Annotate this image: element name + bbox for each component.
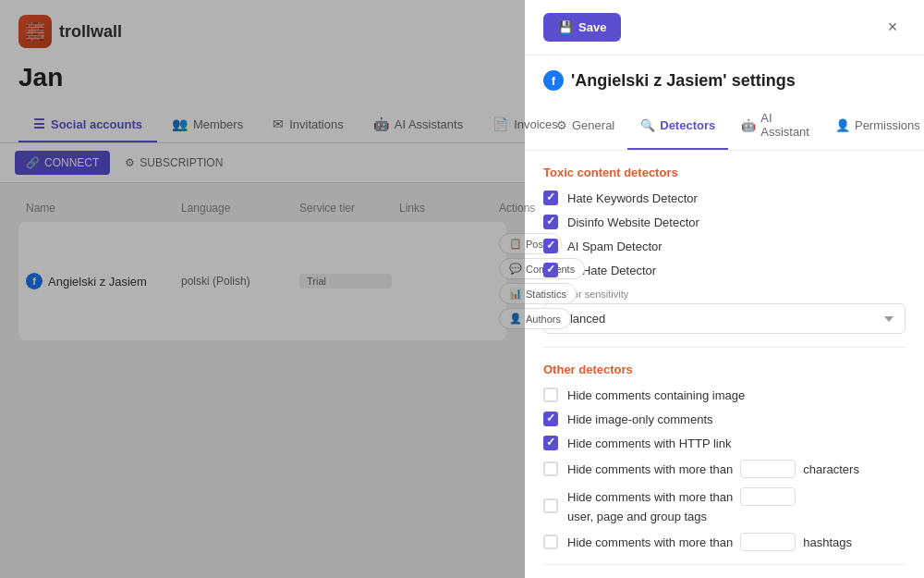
hide-image-label: Hide comments containing image bbox=[567, 388, 745, 402]
modal-facebook-icon: f bbox=[543, 70, 564, 91]
hate-keywords-row: Hate Keywords Detector bbox=[543, 191, 906, 205]
hide-hashtags-checkbox[interactable] bbox=[543, 535, 558, 549]
disinfo-website-label: Disinfo Website Detector bbox=[567, 215, 699, 229]
hide-image-only-checkbox[interactable] bbox=[543, 412, 558, 426]
disinfo-website-checkbox[interactable] bbox=[543, 215, 558, 229]
ai-spam-checkbox[interactable] bbox=[543, 239, 558, 253]
modal-header: 💾 Save × bbox=[525, 0, 924, 55]
hide-hashtags-input[interactable] bbox=[740, 533, 796, 551]
modal-title-area: f 'Angielski z Jasiem' settings bbox=[525, 55, 924, 91]
detector-sensitivity-select[interactable]: Low Balanced High bbox=[543, 303, 906, 334]
hide-image-only-row: Hide image-only comments bbox=[543, 412, 906, 426]
hide-tags-checkbox[interactable] bbox=[543, 498, 558, 513]
other-section-title: Other detectors bbox=[543, 363, 906, 376]
left-panel: 🧱 trollwall Jan ☰ Social accounts 👥 Memb… bbox=[0, 0, 525, 578]
hate-keywords-label: Hate Keywords Detector bbox=[567, 191, 698, 205]
hide-tags-input[interactable] bbox=[740, 487, 796, 506]
toxic-section-title: Toxic content detectors bbox=[543, 166, 906, 179]
close-button[interactable]: × bbox=[880, 15, 906, 41]
detector-sensitivity-label: Detector sensitivity bbox=[543, 289, 906, 300]
permissions-icon: 👤 bbox=[835, 118, 850, 132]
hide-hashtags-row: Hide comments with more than hashtags bbox=[543, 533, 906, 551]
hide-tags-row: Hide comments with more than user, page … bbox=[543, 487, 906, 523]
modal-overlay[interactable] bbox=[0, 0, 525, 578]
hide-hashtags-label: Hide comments with more than hashtags bbox=[567, 533, 852, 551]
hide-tags-label: Hide comments with more than user, page … bbox=[567, 487, 906, 523]
modal-content: Toxic content detectors Hate Keywords De… bbox=[525, 151, 924, 578]
modal-tab-detectors[interactable]: 🔍 Detectors bbox=[627, 102, 728, 150]
hide-chars-row: Hide comments with more than characters bbox=[543, 460, 906, 478]
hide-image-only-label: Hide image-only comments bbox=[567, 412, 713, 426]
divider-1 bbox=[543, 347, 906, 348]
disinfo-website-row: Disinfo Website Detector bbox=[543, 215, 906, 229]
divider-2 bbox=[543, 564, 906, 565]
hate-keywords-checkbox[interactable] bbox=[543, 191, 558, 205]
hide-http-checkbox[interactable] bbox=[543, 436, 558, 450]
hide-http-row: Hide comments with HTTP link bbox=[543, 436, 906, 450]
modal-tabs: ⚙ General 🔍 Detectors 🤖 AI Assistant 👤 P… bbox=[525, 102, 924, 151]
detector-sensitivity-section: Detector sensitivity Low Balanced High bbox=[543, 289, 906, 334]
hide-image-checkbox[interactable] bbox=[543, 387, 558, 402]
hide-chars-input[interactable] bbox=[740, 460, 796, 478]
modal-tab-ai-assistant[interactable]: 🤖 AI Assistant bbox=[728, 102, 822, 150]
ai-hate-row: AI Hate Detector bbox=[543, 263, 906, 277]
detectors-icon: 🔍 bbox=[640, 118, 655, 132]
save-button[interactable]: 💾 Save bbox=[543, 13, 621, 42]
hide-chars-checkbox[interactable] bbox=[543, 461, 558, 476]
other-detectors-section: Other detectors Hide comments containing… bbox=[543, 363, 906, 551]
hide-http-label: Hide comments with HTTP link bbox=[567, 437, 731, 450]
save-icon: 💾 bbox=[558, 20, 573, 34]
modal-tab-permissions[interactable]: 👤 Permissions bbox=[822, 102, 924, 150]
ai-spam-row: AI Spam Detector bbox=[543, 239, 906, 253]
ai-assistant-icon: 🤖 bbox=[741, 118, 756, 132]
hide-image-row: Hide comments containing image bbox=[543, 387, 906, 402]
modal-page-title: f 'Angielski z Jasiem' settings bbox=[543, 70, 906, 91]
hide-chars-label: Hide comments with more than characters bbox=[567, 460, 859, 478]
ai-hate-checkbox[interactable] bbox=[543, 263, 558, 277]
